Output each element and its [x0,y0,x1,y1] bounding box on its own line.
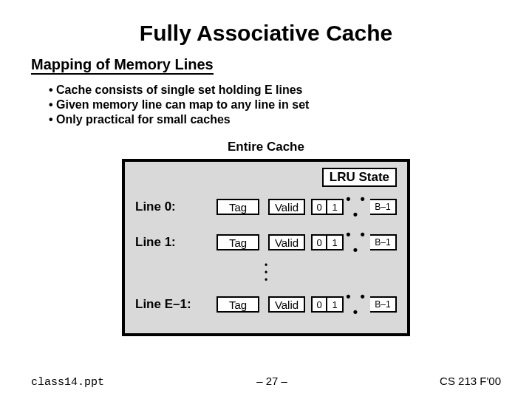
footer: class14.ppt – 27 – CS 213 F'00 [31,375,501,389]
byte-1: 1 [327,234,344,250]
line-label: Line 1: [135,235,216,250]
cache-line-1: Line 1: Tag Valid 0 1 • • • B–1 [135,227,397,258]
footer-course: CS 213 F'00 [440,375,501,387]
bullet-list: Cache consists of single set holding E l… [49,83,501,126]
cache-diagram: LRU State Line 0: Tag Valid 0 1 • • • B–… [31,159,501,336]
vertical-ellipsis-icon: ••• [135,262,397,284]
footer-filename: class14.ppt [31,376,104,389]
cache-line-e-minus-1: Line E–1: Tag Valid 0 1 • • • B–1 [135,289,397,320]
bullet-item: Only practical for small caches [49,113,501,126]
valid-box: Valid [268,199,305,215]
bullet-item: Given memory line can map to any line in… [49,98,501,112]
tag-box: Tag [216,199,259,215]
cache-title: Entire Cache [31,140,501,154]
valid-box: Valid [268,296,305,313]
cache-box: LRU State Line 0: Tag Valid 0 1 • • • B–… [122,159,410,336]
line-label: Line E–1: [135,297,216,312]
byte-last: B–1 [370,234,397,250]
byte-0: 0 [311,199,327,215]
byte-0: 0 [311,296,327,313]
tag-box: Tag [216,234,259,250]
lru-row: LRU State [135,168,397,187]
cache-line-0: Line 0: Tag Valid 0 1 • • • B–1 [135,191,397,222]
section-subtitle: Mapping of Memory Lines [31,56,214,75]
tag-box: Tag [216,296,259,313]
ellipsis-icon: • • • [344,227,370,258]
slide-title: Fully Associative Cache [31,21,501,46]
line-label: Line 0: [135,200,216,214]
footer-page-number: – 27 – [104,375,440,387]
byte-last: B–1 [370,296,397,313]
lru-state-box: LRU State [322,168,397,187]
valid-box: Valid [268,234,305,250]
slide: Fully Associative Cache Mapping of Memor… [0,0,532,399]
byte-1: 1 [327,296,344,313]
byte-0: 0 [311,234,327,250]
byte-1: 1 [327,199,344,215]
ellipsis-icon: • • • [344,289,370,320]
byte-last: B–1 [370,199,397,215]
bullet-item: Cache consists of single set holding E l… [49,83,501,97]
ellipsis-icon: • • • [344,191,370,222]
